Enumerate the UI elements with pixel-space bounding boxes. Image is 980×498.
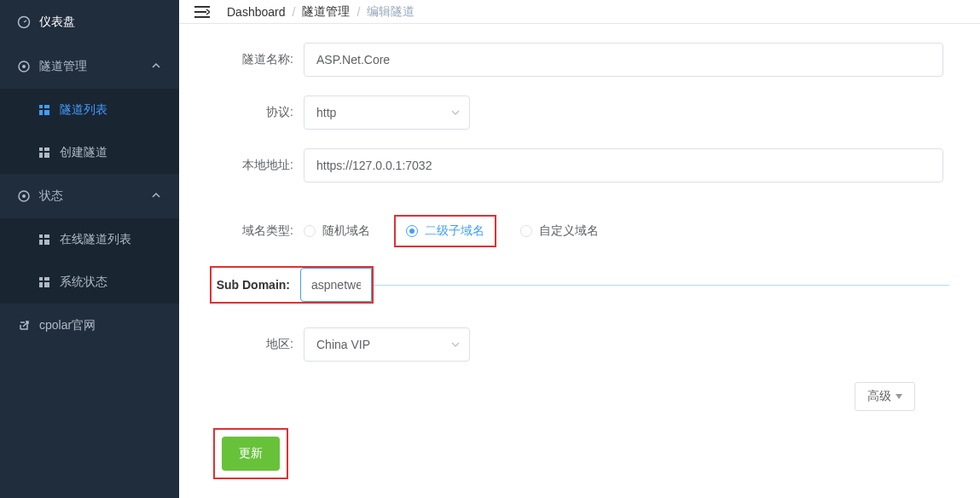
sidebar: 仪表盘 隧道管理 隧道列表 <box>0 0 179 498</box>
svg-rect-8 <box>39 148 43 151</box>
svg-rect-7 <box>44 110 49 115</box>
target-icon <box>17 60 31 73</box>
radio-icon <box>520 225 532 237</box>
hamburger-button[interactable] <box>194 3 212 20</box>
grid-icon <box>38 146 51 159</box>
protocol-select[interactable]: http <box>304 96 470 130</box>
row-local-addr: 本地地址: <box>210 148 949 182</box>
svg-rect-15 <box>44 235 49 238</box>
sub-domain-label: Sub Domain: <box>212 278 300 292</box>
svg-rect-5 <box>44 105 49 108</box>
svg-rect-21 <box>44 282 49 287</box>
protocol-value: http <box>316 106 336 119</box>
row-domain-type: 域名类型: 随机域名 二级子域名 <box>210 215 949 247</box>
chevron-down-icon <box>450 107 461 118</box>
content: 隧道名称: 协议: http 本地地址: <box>179 24 980 498</box>
grid-icon <box>38 275 51 289</box>
topbar: Dashboard / 隧道管理 / 编辑隧道 <box>179 0 980 24</box>
domain-type-label: 域名类型: <box>210 223 304 239</box>
row-advanced: 高级 <box>210 382 949 411</box>
region-select[interactable]: China VIP <box>304 327 470 362</box>
row-protocol: 协议: http <box>210 96 949 130</box>
gauge-icon <box>17 15 31 29</box>
svg-rect-20 <box>39 282 43 287</box>
radio-sub-domain[interactable]: 二级子域名 <box>406 223 484 239</box>
highlight-annotation: 更新 <box>213 428 288 479</box>
hamburger-icon <box>194 5 210 19</box>
highlight-annotation: 二级子域名 <box>394 215 496 247</box>
nav-tunnel-create-label: 创建隧道 <box>60 145 107 160</box>
radio-custom-domain-label: 自定义域名 <box>539 223 599 239</box>
svg-rect-17 <box>44 240 49 245</box>
nav-status-label: 状态 <box>39 188 63 204</box>
svg-line-1 <box>24 20 26 22</box>
svg-rect-6 <box>39 110 43 115</box>
breadcrumb-sep: / <box>357 5 360 19</box>
nav-status[interactable]: 状态 <box>0 174 179 218</box>
svg-rect-16 <box>39 240 43 245</box>
svg-rect-4 <box>39 105 43 108</box>
nav-system-status[interactable]: 系统状态 <box>0 261 179 304</box>
external-link-icon <box>17 319 31 333</box>
advanced-button[interactable]: 高级 <box>855 382 915 411</box>
row-region: 地区: China VIP <box>210 327 949 362</box>
radio-random-domain[interactable]: 随机域名 <box>304 223 370 239</box>
radio-sub-domain-label: 二级子域名 <box>425 223 484 239</box>
highlight-annotation: Sub Domain: <box>210 266 374 304</box>
tunnel-name-label: 隧道名称: <box>210 52 304 67</box>
breadcrumb-sep: / <box>293 5 296 19</box>
crumb-tunnel-mgmt[interactable]: 隧道管理 <box>302 4 350 20</box>
sub-domain-input[interactable] <box>300 268 372 302</box>
nav-tunnel-create[interactable]: 创建隧道 <box>0 131 179 174</box>
advanced-label: 高级 <box>867 389 891 404</box>
row-tunnel-name: 隧道名称: <box>210 43 949 77</box>
region-value: China VIP <box>316 338 370 351</box>
row-sub-domain: Sub Domain: <box>210 266 949 304</box>
nav-tunnel-mgmt[interactable]: 隧道管理 <box>0 44 179 89</box>
nav-tunnel-list[interactable]: 隧道列表 <box>0 89 179 131</box>
svg-rect-10 <box>39 153 43 158</box>
local-addr-input[interactable] <box>304 148 943 182</box>
domain-type-radio-group: 随机域名 二级子域名 自定义域名 <box>304 215 943 247</box>
svg-point-3 <box>22 65 26 68</box>
region-label: 地区: <box>210 337 304 352</box>
nav-system-status-label: 系统状态 <box>60 275 107 290</box>
chevron-up-icon <box>152 61 162 72</box>
svg-rect-11 <box>44 153 49 158</box>
submit-button[interactable]: 更新 <box>222 437 280 471</box>
nav-status-sub: 在线隧道列表 系统状态 <box>0 218 179 304</box>
radio-icon <box>304 225 316 237</box>
nav-tunnel-sub: 隧道列表 创建隧道 <box>0 89 179 174</box>
svg-rect-14 <box>39 235 43 238</box>
main: Dashboard / 隧道管理 / 编辑隧道 隧道名称: 协议: http <box>179 0 980 498</box>
nav-online-tunnel-list-label: 在线隧道列表 <box>60 232 131 247</box>
nav-dashboard-label: 仪表盘 <box>39 14 75 30</box>
caret-down-icon <box>896 394 902 399</box>
radio-icon <box>406 225 418 237</box>
protocol-label: 协议: <box>210 105 304 120</box>
grid-icon <box>38 103 51 117</box>
svg-rect-18 <box>39 277 43 281</box>
nav-cpolar-site-label: cpolar官网 <box>39 318 96 333</box>
tunnel-name-input[interactable] <box>304 43 943 77</box>
target-icon <box>17 189 31 203</box>
local-addr-label: 本地地址: <box>210 158 304 173</box>
nav-dashboard[interactable]: 仪表盘 <box>0 0 179 44</box>
svg-rect-19 <box>44 277 49 281</box>
row-submit: 更新 <box>210 428 949 479</box>
svg-rect-9 <box>44 148 49 151</box>
nav-tunnel-mgmt-label: 隧道管理 <box>39 59 87 74</box>
crumb-dashboard[interactable]: Dashboard <box>227 5 286 19</box>
nav-online-tunnel-list[interactable]: 在线隧道列表 <box>0 218 179 261</box>
svg-point-13 <box>22 194 26 198</box>
radio-custom-domain[interactable]: 自定义域名 <box>520 223 599 239</box>
chevron-up-icon <box>152 191 162 201</box>
chevron-down-icon <box>450 339 461 350</box>
grid-icon <box>38 233 51 246</box>
crumb-edit-tunnel: 编辑隧道 <box>367 4 415 20</box>
sub-domain-underline <box>374 285 949 286</box>
radio-random-domain-label: 随机域名 <box>322 223 370 239</box>
nav-cpolar-site[interactable]: cpolar官网 <box>0 304 179 348</box>
nav-tunnel-list-label: 隧道列表 <box>60 102 107 118</box>
breadcrumb: Dashboard / 隧道管理 / 编辑隧道 <box>227 4 415 20</box>
